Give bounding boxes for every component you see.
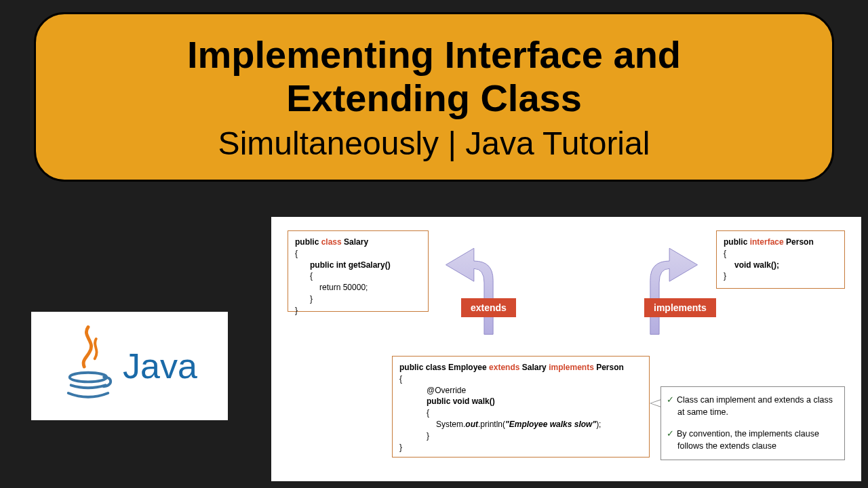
notes-callout: ✓Class can implement and extends a class…: [660, 386, 845, 460]
code-box-employee: public class Employee extends Salary imp…: [392, 356, 650, 458]
title-subtitle: Simultaneously | Java Tutorial: [63, 125, 805, 162]
title-line-2: Extending Class: [63, 77, 805, 120]
badge-extends: extends: [461, 298, 516, 317]
code-box-salary: public class Salary { public int getSala…: [288, 230, 429, 312]
badge-implements: implements: [644, 298, 716, 317]
title-line-1: Implementing Interface and: [63, 33, 805, 77]
java-logo-text: Java: [123, 346, 197, 386]
svg-point-0: [70, 373, 107, 382]
arrow-extends-icon: [439, 229, 528, 338]
arrow-implements-icon: [616, 229, 704, 338]
java-logo: Java: [31, 312, 228, 420]
code-box-person: public interface Person { void walk(); }: [716, 230, 845, 289]
check-icon: ✓: [667, 429, 674, 439]
title-banner: Implementing Interface and Extending Cla…: [34, 12, 834, 182]
java-cup-icon: [62, 322, 115, 410]
check-icon: ✓: [667, 395, 674, 405]
diagram-panel: public class Salary { public int getSala…: [271, 217, 861, 481]
